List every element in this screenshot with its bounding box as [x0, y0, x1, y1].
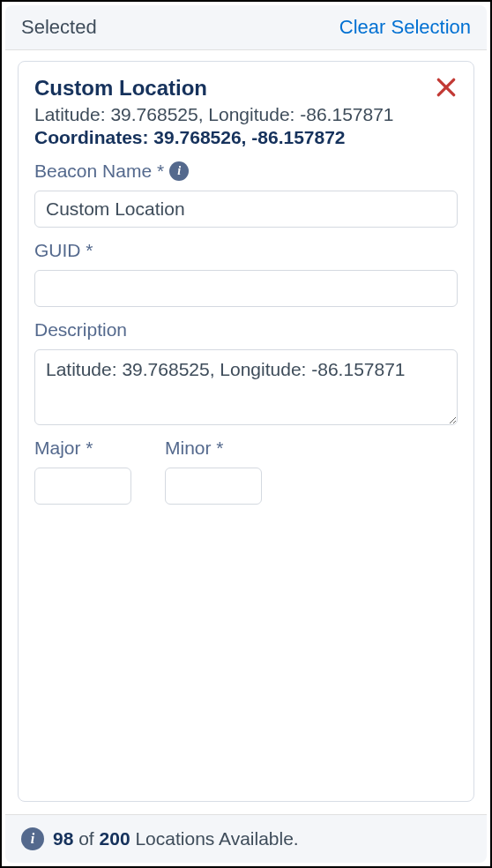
major-col: Major * [34, 438, 131, 505]
beacon-name-label: Beacon Name * i [34, 161, 458, 182]
info-icon[interactable]: i [169, 161, 189, 181]
guid-label: GUID * [34, 240, 458, 261]
description-label: Description [34, 319, 458, 340]
major-minor-row: Major * Minor * [34, 438, 458, 505]
panel-title: Selected [21, 16, 97, 39]
close-icon[interactable] [435, 76, 458, 99]
major-label: Major * [34, 438, 131, 459]
beacon-name-label-text: Beacon Name * [34, 161, 164, 182]
panel-header: Selected Clear Selection [5, 5, 487, 50]
description-textarea[interactable]: Latitude: 39.768525, Longitude: -86.1578… [34, 349, 458, 425]
coordinates-text: Coordinates: 39.768526, -86.157872 [34, 127, 458, 148]
card-title-block: Custom Location [34, 76, 207, 102]
location-card: Custom Location Latitude: 39.768525, Lon… [18, 61, 474, 802]
latlong-text: Latitude: 39.768525, Longitude: -86.1578… [34, 104, 458, 125]
beacon-name-input[interactable] [34, 191, 458, 228]
of-word: of [73, 828, 99, 849]
count-used: 98 [53, 828, 73, 849]
minor-col: Minor * [165, 438, 262, 505]
suffix-text: Locations Available. [130, 828, 299, 849]
info-icon: i [21, 827, 44, 850]
clear-selection-link[interactable]: Clear Selection [339, 16, 471, 39]
locations-available-text: 98 of 200 Locations Available. [53, 828, 299, 849]
footer-status: i 98 of 200 Locations Available. [5, 814, 487, 863]
card-header-row: Custom Location [34, 76, 458, 102]
major-input[interactable] [34, 468, 131, 505]
minor-label: Minor * [165, 438, 262, 459]
count-total: 200 [100, 828, 130, 849]
card-title: Custom Location [34, 76, 207, 101]
guid-input[interactable] [34, 270, 458, 307]
minor-input[interactable] [165, 468, 262, 505]
